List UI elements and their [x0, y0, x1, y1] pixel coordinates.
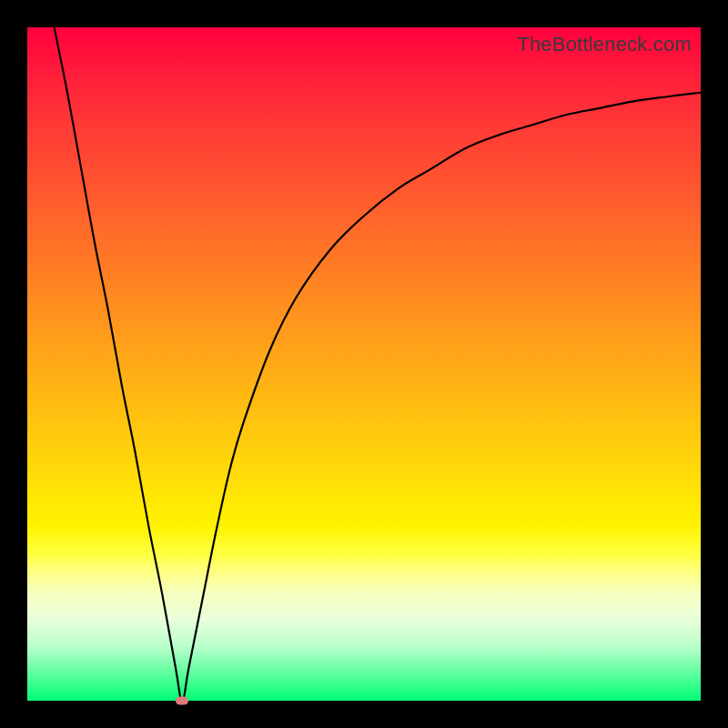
chart-plot-area: TheBottleneck.com: [27, 27, 701, 701]
bottleneck-curve: [27, 27, 701, 701]
watermark-text: TheBottleneck.com: [517, 33, 692, 56]
curve-path: [55, 27, 701, 701]
min-point-marker: [176, 697, 188, 705]
